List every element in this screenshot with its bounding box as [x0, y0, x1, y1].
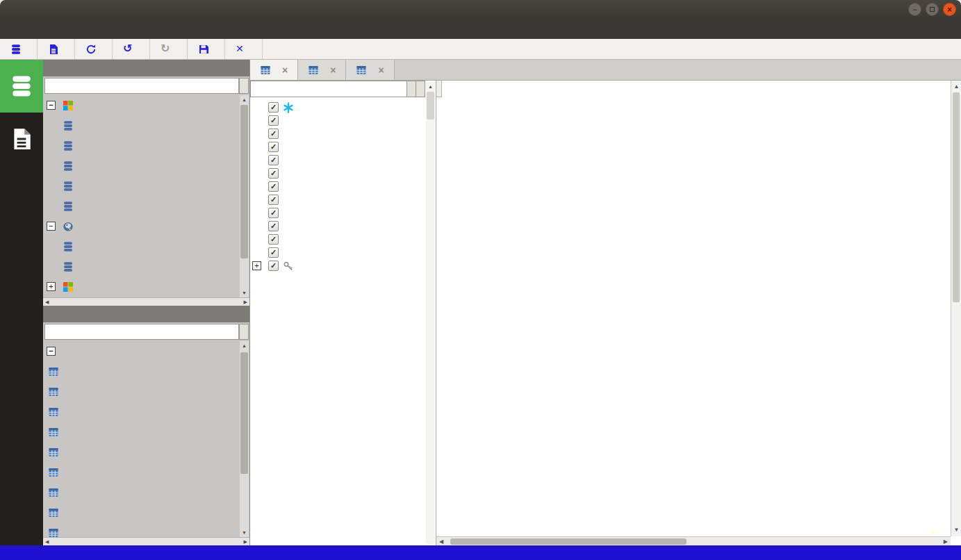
checkbox-checked-icon[interactable]: ✓ — [268, 234, 279, 245]
expand-icon[interactable]: + — [252, 261, 261, 270]
tables-refresh-button[interactable] — [239, 324, 249, 340]
column-toggle-email[interactable]: ✓ — [250, 246, 436, 259]
scroll-up-icon[interactable]: ▲ — [240, 341, 249, 350]
menu-window[interactable] — [49, 19, 64, 39]
checkbox-checked-icon[interactable]: ✓ — [268, 208, 279, 218]
tables-hscrollbar[interactable]: ◀ ▶ — [43, 537, 249, 545]
table-item-dbo-artist[interactable] — [43, 381, 238, 402]
checkbox-checked-icon[interactable]: ✓ — [268, 142, 279, 152]
scroll-right-icon[interactable]: ▶ — [244, 298, 247, 306]
collapse-icon[interactable]: − — [47, 222, 56, 231]
checkbox-checked-icon[interactable]: ✓ — [268, 247, 279, 258]
toolbar-save-button[interactable] — [188, 39, 225, 59]
connections-refresh-button[interactable] — [239, 78, 249, 94]
column-toggle-firstname[interactable]: ✓ — [250, 114, 436, 127]
column-toggle-postalcode[interactable]: ✓ — [250, 206, 436, 220]
tab-artist[interactable]: × — [346, 60, 394, 80]
tables-vscrollbar[interactable]: ▲ ▼ — [240, 341, 249, 537]
column-toggle-fax[interactable]: ✓ — [250, 233, 436, 246]
checkbox-checked-icon[interactable]: ✓ — [268, 102, 279, 113]
toolbar-undo-button[interactable]: ↺ — [113, 39, 150, 59]
tab-close-icon[interactable]: × — [282, 65, 288, 76]
scroll-down-icon[interactable]: ▼ — [240, 528, 249, 537]
titlebar[interactable]: − × — [0, 0, 961, 19]
connection-item-ms-sql-local[interactable]: − — [43, 95, 238, 115]
connection-item-postgre-local[interactable]: − — [43, 216, 238, 236]
table-item-dbo-invoiceline[interactable] — [43, 482, 238, 502]
toolbar-refresh-button[interactable] — [75, 39, 113, 59]
scroll-down-icon[interactable]: ▼ — [951, 525, 961, 535]
connection-item-ms-sql-2[interactable]: + — [43, 277, 238, 297]
table-item-dbo-playlist[interactable] — [43, 522, 238, 537]
tab-customer[interactable]: × — [250, 60, 298, 80]
tab-close-icon[interactable]: × — [378, 65, 384, 76]
connection-item-postgres[interactable] — [43, 236, 238, 256]
checkbox-checked-icon[interactable]: ✓ — [268, 261, 279, 271]
connection-item-master[interactable] — [43, 135, 238, 156]
close-button[interactable]: × — [943, 3, 956, 16]
table-item-dbo-album[interactable] — [43, 361, 238, 381]
scroll-down-icon[interactable]: ▼ — [240, 288, 249, 297]
hide-column-button[interactable] — [407, 81, 416, 97]
table-item-dbo-mediatype[interactable] — [43, 502, 238, 522]
toolbar-add-connection-button[interactable] — [0, 39, 38, 59]
tab-employee[interactable]: × — [298, 60, 346, 80]
tab-close-icon[interactable]: × — [330, 65, 336, 76]
column-toggle-supportrepid[interactable]: +✓ — [250, 259, 436, 272]
checkbox-checked-icon[interactable]: ✓ — [268, 195, 279, 205]
connection-item-model[interactable] — [43, 156, 238, 176]
collapse-icon[interactable]: − — [47, 347, 56, 356]
checkbox-checked-icon[interactable]: ✓ — [268, 181, 279, 192]
column-toggle-phone[interactable]: ✓ — [250, 220, 436, 233]
collapse-icon[interactable]: − — [47, 101, 56, 110]
checkbox-checked-icon[interactable]: ✓ — [268, 155, 279, 165]
connection-item-chinook[interactable] — [43, 256, 238, 277]
menu-file[interactable] — [3, 19, 18, 39]
table-item-dbo-employee[interactable] — [43, 422, 238, 442]
toolbar-redo-button[interactable]: ↻ — [150, 39, 188, 59]
connection-item-chinook[interactable] — [43, 115, 238, 135]
show-column-button[interactable] — [416, 81, 425, 97]
column-toggle-lastname[interactable]: ✓ — [250, 127, 436, 140]
table-item-dbo-customer[interactable] — [43, 402, 238, 422]
menu-view[interactable] — [33, 19, 49, 39]
column-toggle-customerid[interactable]: ✓ — [250, 101, 436, 114]
connections-hscrollbar[interactable]: ◀ ▶ — [43, 297, 249, 306]
menu-help[interactable] — [64, 19, 79, 39]
scroll-left-icon[interactable]: ◀ — [45, 298, 49, 306]
column-toggle-country[interactable]: ✓ — [250, 193, 436, 206]
column-manager-vscrollbar[interactable]: ▲ — [426, 82, 435, 544]
scrollbar-thumb[interactable] — [240, 352, 248, 474]
connection-item-msdb[interactable] — [43, 176, 238, 196]
column-toggle-state[interactable]: ✓ — [250, 180, 436, 193]
rail-connections-button[interactable] — [0, 60, 43, 113]
connection-search-input[interactable] — [44, 78, 239, 94]
connections-vscrollbar[interactable]: ▲ ▼ — [240, 95, 249, 297]
table-item-dbo-genre[interactable] — [43, 442, 238, 462]
toolbar-new-query-button[interactable] — [38, 39, 75, 59]
checkbox-checked-icon[interactable]: ✓ — [268, 221, 279, 231]
column-search-input[interactable] — [250, 81, 407, 97]
tables-group-row[interactable]: − — [43, 341, 238, 361]
toolbar-revert-button[interactable]: ✕ — [225, 39, 263, 59]
checkbox-checked-icon[interactable]: ✓ — [268, 129, 279, 139]
column-toggle-city[interactable]: ✓ — [250, 167, 436, 180]
scroll-up-icon[interactable]: ▲ — [240, 95, 249, 104]
scroll-up-icon[interactable]: ▲ — [951, 82, 961, 92]
scrollbar-thumb[interactable] — [240, 105, 248, 258]
minimize-button[interactable]: − — [908, 3, 921, 16]
grid-vscrollbar[interactable]: ▲ ▼ — [951, 81, 961, 536]
checkbox-checked-icon[interactable]: ✓ — [268, 168, 279, 179]
scrollbar-thumb[interactable] — [953, 92, 960, 302]
tables-search-input[interactable] — [44, 324, 239, 340]
scrollbar-thumb[interactable] — [450, 538, 687, 545]
grid-hscrollbar[interactable]: ◀ ▶ — [436, 536, 951, 545]
scroll-up-icon[interactable]: ▲ — [426, 82, 435, 91]
column-toggle-company[interactable]: ✓ — [250, 140, 436, 154]
rail-files-button[interactable] — [0, 113, 43, 165]
menu-edit[interactable] — [18, 19, 33, 39]
maximize-button[interactable] — [926, 3, 939, 16]
scrollbar-thumb[interactable] — [427, 92, 434, 120]
table-item-dbo-invoice[interactable] — [43, 462, 238, 482]
column-toggle-address[interactable]: ✓ — [250, 154, 436, 167]
